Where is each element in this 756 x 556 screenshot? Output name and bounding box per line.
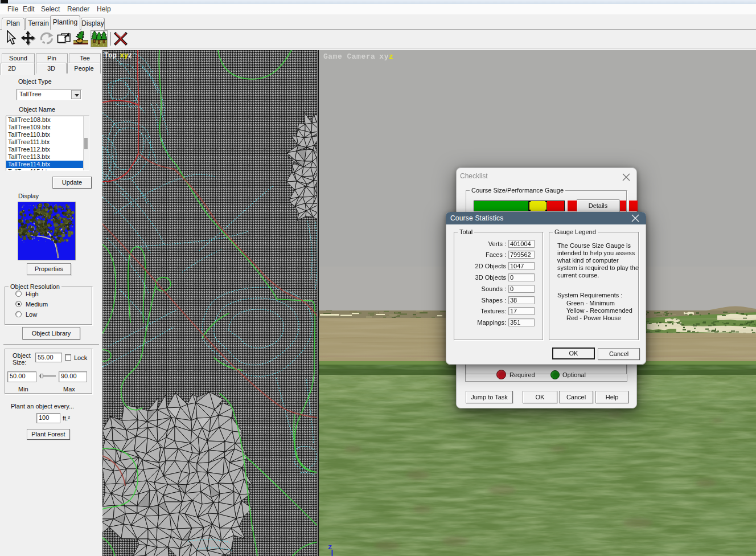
list-item[interactable]: TallTree112.btx xyxy=(6,146,89,153)
plant-forest-button[interactable]: Plant Forest xyxy=(27,429,70,440)
plant-tree-shape xyxy=(73,31,88,44)
panel-tab-people[interactable]: People xyxy=(67,63,101,73)
update-button[interactable]: Update xyxy=(52,177,92,189)
delete-x-icon xyxy=(114,38,128,47)
radio-medium[interactable] xyxy=(15,301,22,307)
camera-label: Game Camera xyxy=(323,52,375,61)
rotate-tool-button[interactable] xyxy=(39,32,55,48)
details-button[interactable]: Details xyxy=(577,199,619,212)
radio-high[interactable] xyxy=(15,291,22,297)
object-size-input[interactable]: 55.00 xyxy=(35,353,62,362)
panel-tab-pin[interactable]: Pin xyxy=(36,53,68,63)
optional-label: Optional xyxy=(562,371,586,378)
gauge-green-segment xyxy=(474,201,529,211)
menu-help[interactable]: Help xyxy=(97,5,111,13)
rotate-shape xyxy=(41,32,53,43)
legend-description-line: system is required to play the xyxy=(557,264,639,271)
stat-value-field[interactable]: 1047 xyxy=(508,262,535,270)
menu-select[interactable]: Select xyxy=(41,5,60,13)
rotate-icon xyxy=(39,38,55,47)
checklist-close-button[interactable] xyxy=(622,173,631,182)
map-mesh-region-bottom-left xyxy=(102,392,253,556)
radio-low-label: Low xyxy=(26,311,37,318)
stats-cancel-button[interactable]: Cancel xyxy=(598,348,640,360)
arrow-shape xyxy=(7,31,15,44)
checklist-cancel-button[interactable]: Cancel xyxy=(559,391,593,403)
properties-button[interactable]: Properties xyxy=(27,263,71,275)
list-item[interactable]: TallTree114.btx xyxy=(6,161,89,168)
lock-label: Lock xyxy=(74,354,87,361)
list-item[interactable]: TallTree113.btx xyxy=(6,153,89,161)
svg-text:Game Cameraxyz: Game Cameraxyz xyxy=(323,52,393,61)
required-dot-icon xyxy=(496,370,506,379)
stat-value-field[interactable]: 38 xyxy=(508,296,535,304)
list-item[interactable]: TallTree109.btx xyxy=(6,124,89,131)
menu-edit[interactable]: Edit xyxy=(23,5,35,13)
list-item[interactable]: TallTree115.btx xyxy=(6,168,89,171)
scale-tool-button[interactable] xyxy=(57,32,71,47)
menu-render[interactable]: Render xyxy=(67,5,89,13)
stat-value-field[interactable]: 351 xyxy=(508,318,535,326)
object-list[interactable]: TallTree108.btx TallTree109.btx TallTree… xyxy=(6,116,89,171)
panel-tab-tee[interactable]: Tee xyxy=(69,53,101,63)
list-scrollbar[interactable] xyxy=(83,116,89,170)
map-2d-canvas[interactable]: Topxyz xyxy=(102,50,317,556)
menu-file[interactable]: File xyxy=(7,5,18,13)
checklist-ok-button[interactable]: OK xyxy=(523,391,557,403)
stats-close-button[interactable] xyxy=(631,214,640,223)
stat-value-field[interactable]: 0 xyxy=(508,285,535,293)
gauge-red-block-1 xyxy=(568,201,577,211)
stat-value-field[interactable]: 401004 xyxy=(508,240,535,248)
tab-terrain[interactable]: Terrain xyxy=(25,18,52,30)
checklist-title-bar[interactable]: Checklist xyxy=(457,168,636,185)
dropdown-arrow-icon[interactable] xyxy=(71,90,81,99)
scale-icon xyxy=(57,36,71,46)
window-icon xyxy=(1,0,8,3)
plant-forest-tool-button[interactable] xyxy=(91,30,108,47)
size-min-input[interactable]: 50.00 xyxy=(7,371,36,382)
plant-every-label: Plant an object every... xyxy=(11,403,74,410)
map-view-label: Top xyxy=(104,52,117,60)
tab-planting[interactable]: Planting xyxy=(50,15,80,30)
delete-tool-button[interactable] xyxy=(114,32,128,48)
list-item[interactable]: TallTree111.btx xyxy=(6,138,89,146)
stat-value-field[interactable]: 17 xyxy=(508,307,535,315)
max-label: Max xyxy=(63,386,75,393)
stat-label: Shapes : xyxy=(482,297,506,304)
object-type-value: TallTree xyxy=(19,91,42,97)
object-preview xyxy=(18,202,76,260)
move-tool-button[interactable] xyxy=(21,31,36,48)
size-max-input[interactable]: 90.00 xyxy=(59,371,87,382)
list-item[interactable]: TallTree108.btx xyxy=(6,116,89,124)
toolbar xyxy=(0,30,756,48)
object-library-button[interactable]: Object Library xyxy=(22,327,80,340)
stat-label: Faces : xyxy=(486,251,506,258)
tab-display[interactable]: Display xyxy=(81,18,105,30)
stats-ok-button[interactable]: OK xyxy=(552,348,595,359)
toolbar-separator xyxy=(110,32,111,46)
checklist-help-button[interactable]: Help xyxy=(595,391,628,403)
panel-tab-2d[interactable]: 2D xyxy=(1,63,35,75)
stats-title-bar[interactable]: Course Statistics xyxy=(446,212,646,224)
panel-tab-3d[interactable]: 3D xyxy=(36,63,67,73)
object-type-label: Object Type xyxy=(18,78,52,85)
plant-every-input[interactable]: 100 xyxy=(36,413,60,423)
object-type-dropdown[interactable]: TallTree xyxy=(17,89,82,100)
gauge-red-block-2 xyxy=(619,201,626,211)
plant-tree-tool-button[interactable] xyxy=(73,31,88,48)
object-name-label: Object Name xyxy=(19,106,55,113)
radio-low[interactable] xyxy=(15,311,22,317)
stat-value-field[interactable]: 0 xyxy=(508,273,535,281)
jump-to-task-button[interactable]: Jump to Task xyxy=(466,391,513,403)
gauge-group-title: Course Size/Performance Gauge xyxy=(470,187,565,194)
display-label: Display xyxy=(18,193,39,199)
map-2d-view[interactable]: Topxyz xyxy=(102,50,317,556)
list-item[interactable]: TallTree110.btx xyxy=(6,131,89,138)
tab-plan[interactable]: Plan xyxy=(2,18,24,30)
panel-tab-sound[interactable]: Sound xyxy=(2,53,35,63)
list-scrollbar-thumb[interactable] xyxy=(84,138,88,149)
size-slider-thumb[interactable] xyxy=(40,374,43,378)
select-tool-button[interactable] xyxy=(6,30,17,48)
stat-value-field[interactable]: 799562 xyxy=(508,251,535,259)
lock-checkbox[interactable] xyxy=(65,354,71,361)
